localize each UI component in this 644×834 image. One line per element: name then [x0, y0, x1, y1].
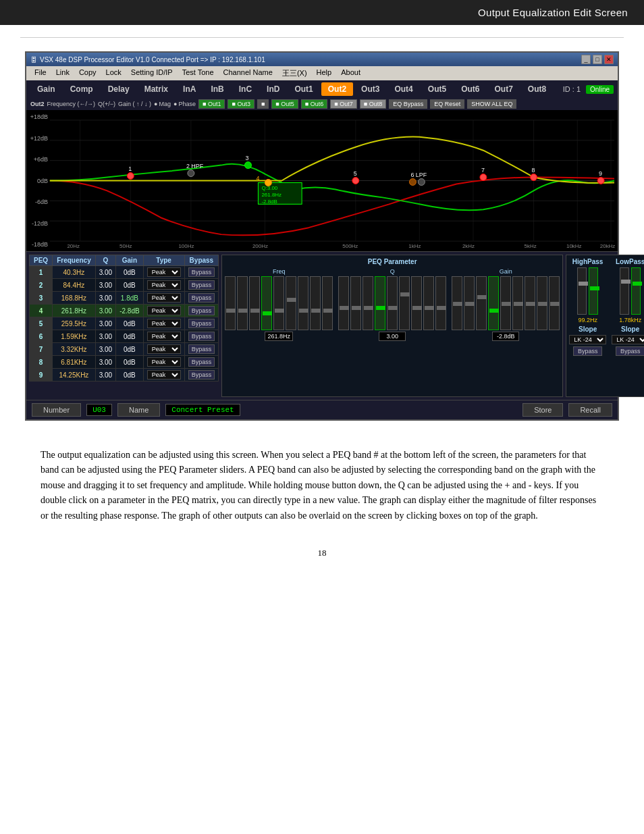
- menu-lock[interactable]: Lock: [102, 68, 126, 79]
- peq-type-select-4[interactable]: Peak HPF LPF Notch: [147, 306, 181, 315]
- hp-bypass-btn[interactable]: Bypass: [573, 346, 603, 356]
- peq-type-select-8[interactable]: Peak HPF LPF Notch: [147, 357, 181, 367]
- peq-type-9[interactable]: Peak HPF LPF Notch: [143, 369, 184, 382]
- number-btn[interactable]: Number: [32, 403, 81, 417]
- q-slider-5[interactable]: [387, 276, 398, 330]
- tab-out3[interactable]: Out3: [354, 82, 386, 96]
- close-button[interactable]: ✕: [604, 55, 614, 64]
- gain-slider-4[interactable]: [488, 276, 499, 330]
- table-row[interactable]: 1 40.3Hz 3.00 0dB Peak HPF LPF Notch Byp…: [30, 266, 219, 279]
- tab-out4[interactable]: Out4: [387, 82, 419, 96]
- peq-bypass-2[interactable]: Bypass: [184, 279, 219, 292]
- q-slider-3[interactable]: [363, 276, 373, 330]
- peq-bypass-1[interactable]: Bypass: [184, 266, 219, 279]
- peq-type-2[interactable]: Peak HPF LPF Notch: [143, 279, 184, 292]
- freq-slider-7[interactable]: [298, 276, 308, 330]
- peq-type-5[interactable]: Peak HPF LPF Notch: [143, 317, 184, 330]
- peq-type-select-1[interactable]: Peak HPF LPF Notch: [147, 267, 181, 277]
- tab-matrix[interactable]: Matrix: [138, 82, 175, 96]
- out3-overlay-btn[interactable]: ■ Out3: [227, 99, 254, 109]
- gain-slider-7[interactable]: [525, 276, 535, 330]
- name-btn[interactable]: Name: [117, 403, 160, 417]
- tab-inb[interactable]: InB: [204, 82, 230, 96]
- bypass-btn-2[interactable]: Bypass: [188, 280, 215, 290]
- menu-setting[interactable]: Setting ID/IP: [127, 68, 177, 79]
- bypass-btn-7[interactable]: Bypass: [188, 344, 215, 354]
- peq-type-1[interactable]: Peak HPF LPF Notch: [143, 266, 184, 279]
- q-slider-7[interactable]: [411, 276, 422, 330]
- mag-radio[interactable]: ● Mag: [154, 101, 171, 107]
- gain-slider-1[interactable]: [452, 276, 462, 330]
- freq-slider-1[interactable]: [225, 276, 236, 330]
- menu-about[interactable]: About: [337, 68, 365, 79]
- tab-out2[interactable]: Out2: [321, 82, 353, 96]
- bypass-btn-1[interactable]: Bypass: [188, 267, 215, 277]
- menu-link[interactable]: Link: [52, 68, 74, 79]
- peq-bypass-5[interactable]: Bypass: [184, 317, 219, 330]
- hp-slider-2[interactable]: [589, 267, 598, 315]
- gain-slider-6[interactable]: [512, 276, 523, 330]
- peq-type-3[interactable]: Peak HPF LPF Notch: [143, 292, 184, 305]
- peq-type-6[interactable]: Peak HPF LPF Notch: [143, 330, 184, 343]
- hp-slider-1[interactable]: [577, 267, 587, 315]
- bypass-btn-4[interactable]: Bypass: [188, 306, 215, 315]
- q-slider-8[interactable]: [423, 276, 434, 330]
- lp-slider-1[interactable]: [620, 267, 629, 315]
- menu-matrix[interactable]: 王三(X): [278, 68, 311, 79]
- gain-slider-3[interactable]: [476, 276, 487, 330]
- hp-slope-select[interactable]: LK -24 LK -12 LK -6: [569, 335, 606, 344]
- peq-type-select-9[interactable]: Peak HPF LPF Notch: [147, 370, 181, 380]
- lp-bypass-btn[interactable]: Bypass: [616, 346, 644, 356]
- bypass-btn-3[interactable]: Bypass: [188, 293, 215, 303]
- gain-slider-5[interactable]: [500, 276, 511, 330]
- freq-slider-6[interactable]: [286, 276, 296, 330]
- tab-out5[interactable]: Out5: [421, 82, 453, 96]
- q-slider-6[interactable]: [399, 276, 410, 330]
- out5b-overlay-btn[interactable]: ■ Out5: [271, 99, 298, 109]
- out8-overlay-btn[interactable]: ■ Out8: [360, 99, 386, 109]
- tab-gain[interactable]: Gain: [30, 82, 62, 96]
- q-slider-9[interactable]: [435, 276, 446, 330]
- show-all-btn[interactable]: SHOW ALL EQ: [467, 99, 516, 109]
- peq-bypass-3[interactable]: Bypass: [184, 292, 219, 305]
- menu-copy[interactable]: Copy: [75, 68, 101, 79]
- out6-overlay-btn[interactable]: ■ Out6: [301, 99, 327, 109]
- out1-overlay-btn[interactable]: ■ Out1: [198, 99, 225, 109]
- peq-type-select-7[interactable]: Peak HPF LPF Notch: [147, 344, 181, 354]
- peq-type-4[interactable]: Peak HPF LPF Notch: [143, 305, 184, 317]
- peq-type-select-2[interactable]: Peak HPF LPF Notch: [147, 280, 181, 290]
- tab-out7[interactable]: Out7: [487, 82, 519, 96]
- table-row[interactable]: 2 84.4Hz 3.00 0dB Peak HPF LPF Notch Byp…: [30, 279, 219, 292]
- gain-slider-9[interactable]: [549, 276, 560, 330]
- q-slider-1[interactable]: [338, 276, 349, 330]
- bypass-btn-8[interactable]: Bypass: [188, 357, 215, 367]
- peq-bypass-8[interactable]: Bypass: [184, 356, 219, 369]
- peq-bypass-6[interactable]: Bypass: [184, 330, 219, 343]
- eq-graph-container[interactable]: +18dB +12dB +6dB 0dB -6dB -12dB -18dB: [26, 110, 618, 252]
- eq-reset-btn[interactable]: EQ Reset: [430, 99, 464, 109]
- title-bar-controls[interactable]: _ □ ✕: [581, 55, 614, 64]
- q-slider-4[interactable]: [375, 276, 385, 330]
- maximize-button[interactable]: □: [593, 55, 602, 64]
- peq-bypass-9[interactable]: Bypass: [184, 369, 219, 382]
- gain-slider-2[interactable]: [464, 276, 475, 330]
- tab-out8[interactable]: Out8: [521, 82, 553, 96]
- table-row[interactable]: 9 14.25KHz 3.00 0dB Peak HPF LPF Notch B…: [30, 369, 219, 382]
- freq-slider-3[interactable]: [249, 276, 260, 330]
- q-slider-2[interactable]: [350, 276, 361, 330]
- tab-out1[interactable]: Out1: [288, 82, 319, 96]
- tab-ina[interactable]: InA: [176, 82, 203, 96]
- peq-type-select-5[interactable]: Peak HPF LPF Notch: [147, 319, 181, 328]
- freq-slider-5[interactable]: [273, 276, 284, 330]
- lp-slope-select[interactable]: LK -24 LK -12 LK -6: [612, 335, 644, 344]
- bypass-btn-9[interactable]: Bypass: [188, 370, 215, 380]
- peq-type-select-6[interactable]: Peak HPF LPF Notch: [147, 332, 181, 341]
- menu-file[interactable]: File: [30, 68, 51, 79]
- tab-ind[interactable]: InD: [260, 82, 286, 96]
- peq-type-7[interactable]: Peak HPF LPF Notch: [143, 343, 184, 356]
- gain-slider-8[interactable]: [537, 276, 547, 330]
- peq-bypass-7[interactable]: Bypass: [184, 343, 219, 356]
- table-row[interactable]: 6 1.59KHz 3.00 0dB Peak HPF LPF Notch By…: [30, 330, 219, 343]
- recall-btn[interactable]: Recall: [568, 403, 612, 417]
- tab-delay[interactable]: Delay: [101, 82, 136, 96]
